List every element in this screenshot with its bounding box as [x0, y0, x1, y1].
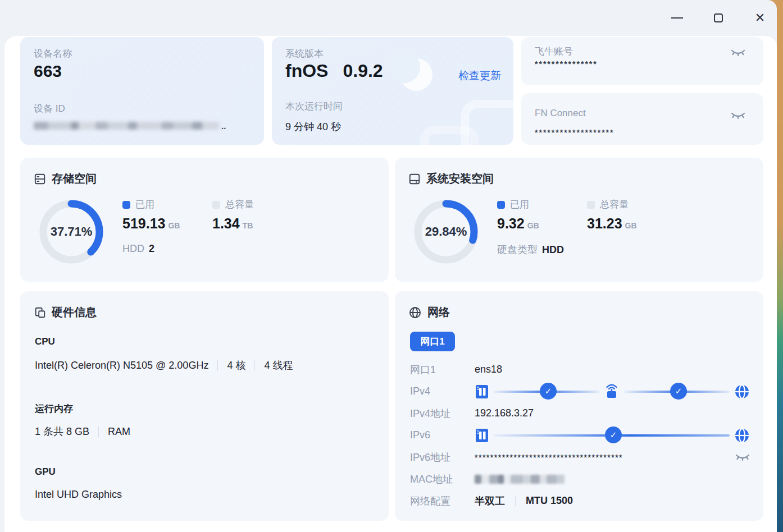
nas-device-icon — [475, 384, 489, 400]
ipv4-connection-diagram: ✓ ✓ — [475, 380, 750, 402]
check-circle-icon: ✓ — [605, 426, 622, 443]
desktop: { "colors": { "accent": "#2c6ce6", "labe… — [0, 0, 783, 532]
storage-space-card: 存储空间 37.71% 已用 519.13GB 总容量 1.34TB HDD2 — [20, 158, 389, 282]
storage-total-legend: 总容量 1.34TB — [212, 198, 254, 232]
fn-connect-card: FN Connect ******************* — [521, 93, 763, 145]
used-value: 519.13 — [122, 215, 165, 231]
maximize-button[interactable] — [712, 11, 725, 25]
device-card: 设备名称 663 设备 ID .. — [20, 37, 264, 145]
used-unit: GB — [527, 221, 539, 230]
ipv4-address-row: IPv4地址 192.168.3.27 — [410, 402, 750, 424]
gpu-section-label: GPU — [35, 466, 56, 478]
maximize-icon — [714, 13, 723, 22]
total-unit: TB — [243, 221, 253, 230]
device-id-value-redacted: .. — [34, 120, 226, 131]
total-label: 总容量 — [600, 198, 629, 211]
divider — [98, 426, 99, 437]
system-percent: 29.84% — [410, 196, 482, 268]
feiniu-account-card: 飞牛账号 *************** — [521, 37, 763, 85]
total-legend-swatch — [587, 201, 595, 209]
minimize-button[interactable] — [670, 11, 684, 25]
port-value: ens18 — [475, 364, 502, 375]
total-unit: GB — [625, 221, 637, 230]
check-update-link[interactable]: 检查更新 — [458, 68, 501, 83]
port1-tab-button[interactable]: 网口1 — [410, 332, 455, 351]
system-donut-chart: 29.84% — [410, 196, 482, 268]
ipv6-address-label: IPv6地址 — [410, 451, 475, 464]
total-label: 总容量 — [225, 198, 254, 211]
content-panel: 设备名称 663 设备 ID .. 系统版本 fnOS0.9.2 检查更新 本次… — [4, 36, 777, 532]
ram-section-label: 运行内存 — [35, 402, 73, 415]
used-unit: GB — [168, 221, 180, 230]
nas-device-icon — [475, 428, 489, 443]
ipv4-address-label: IPv4地址 — [410, 407, 475, 420]
device-id-suffix: .. — [221, 121, 226, 131]
network-card: 网络 网口1 网口1 ens18 IPv4 — [395, 291, 763, 521]
minimize-icon — [671, 17, 683, 19]
storage-donut-chart: 37.71% — [35, 196, 107, 268]
internet-globe-icon — [734, 428, 750, 443]
cpu-section-label: CPU — [35, 336, 55, 347]
system-disk-type: 硬盘类型HDD — [497, 243, 564, 256]
disk-type-value: HDD — [542, 244, 564, 255]
used-legend-swatch — [122, 201, 130, 209]
hardware-card-title: 硬件信息 — [52, 305, 97, 320]
close-icon: ✕ — [755, 12, 765, 24]
globe-icon — [408, 306, 422, 319]
divider — [217, 360, 218, 371]
ram-size: 1 条共 8 GB — [35, 425, 89, 438]
cpu-model: Intel(R) Celeron(R) N5105 @ 2.00GHz — [35, 360, 208, 372]
device-name-value: 663 — [34, 62, 62, 81]
total-value: 1.34 — [212, 215, 240, 231]
system-version-card: 系统版本 fnOS0.9.2 检查更新 本次运行时间 9 分钟 40 秒 — [272, 37, 513, 145]
ipv6-status-row: IPv6 ✓ — [410, 424, 750, 446]
used-label: 已用 — [510, 198, 529, 211]
cpu-spec-line: Intel(R) Celeron(R) N5105 @ 2.00GHz 4 核 … — [35, 359, 293, 372]
system-version-value: fnOS0.9.2 — [285, 61, 383, 81]
ipv6-connection-diagram: ✓ — [475, 424, 750, 446]
disk-type-label: HDD — [122, 243, 144, 254]
used-value: 9.32 — [497, 215, 525, 231]
fn-connect-label: FN Connect — [535, 108, 586, 119]
divider — [254, 360, 255, 371]
used-legend-swatch — [497, 201, 505, 209]
system-install-card: 系统安装空间 29.84% 已用 9.32GB 总容量 31.23GB 硬盘类型… — [395, 158, 763, 282]
internet-globe-icon — [734, 384, 750, 400]
ipv6-address-row: IPv6地址 *********************************… — [410, 446, 750, 468]
gpu-spec-line: Intel UHD Graphics — [35, 489, 122, 501]
ipv6-address-masked-value: ************************************** — [475, 453, 623, 462]
eye-closed-icon[interactable] — [731, 47, 745, 58]
os-name: fnOS — [285, 61, 328, 81]
gpu-model: Intel UHD Graphics — [35, 489, 122, 501]
used-label: 已用 — [135, 198, 154, 211]
check-circle-icon: ✓ — [540, 383, 557, 400]
eye-closed-icon[interactable] — [735, 452, 750, 463]
total-legend-swatch — [212, 201, 220, 209]
eye-closed-icon[interactable] — [731, 110, 745, 121]
ipv4-label: IPv4 — [410, 386, 475, 397]
mac-address-label: MAC地址 — [410, 473, 475, 486]
feiniu-account-masked-value: *************** — [535, 59, 598, 68]
fnos-system-window: ✕ 设备名称 663 设备 ID .. 系统版本 fnOS0.9.2 检查更新 — [0, 0, 777, 532]
network-config-row: 网络配置 半双工 MTU 1500 — [410, 490, 750, 512]
hardware-icon — [34, 306, 46, 319]
close-button[interactable]: ✕ — [753, 11, 767, 25]
ram-spec-line: 1 条共 8 GB RAM — [35, 425, 130, 438]
mtu-value: MTU 1500 — [526, 495, 573, 507]
storage-cabinet-icon — [34, 173, 46, 185]
device-id-label: 设备 ID — [34, 102, 65, 115]
disk-count-value: 2 — [149, 243, 154, 254]
device-name-label: 设备名称 — [34, 47, 72, 60]
check-circle-icon: ✓ — [670, 383, 687, 400]
feiniu-account-label: 飞牛账号 — [535, 45, 573, 58]
storage-used-legend: 已用 519.13GB — [122, 198, 180, 232]
mac-address-row: MAC地址 — [410, 468, 750, 490]
cpu-threads: 4 线程 — [264, 359, 293, 372]
mac-address-redacted — [475, 474, 565, 484]
uptime-value: 9 分钟 40 秒 — [285, 120, 341, 134]
title-bar: ✕ — [0, 0, 777, 36]
redaction-blur — [34, 121, 219, 131]
port-label: 网口1 — [410, 363, 475, 377]
divider — [515, 496, 516, 506]
ipv6-label: IPv6 — [410, 429, 475, 441]
